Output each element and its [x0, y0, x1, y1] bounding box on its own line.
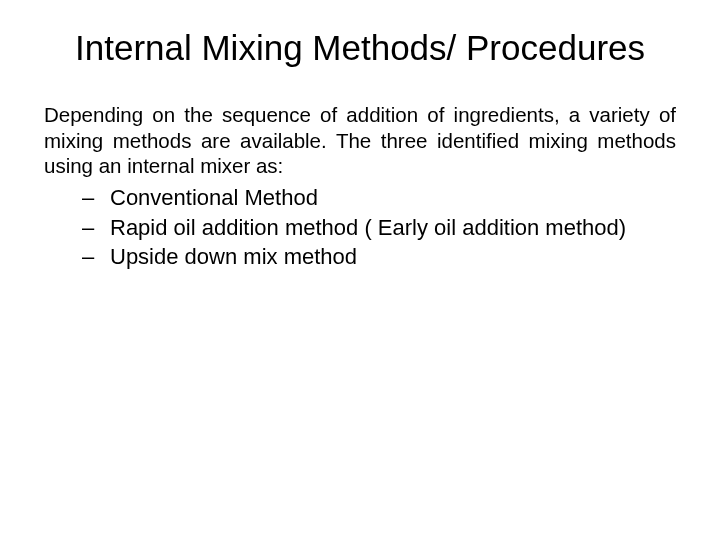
list-item: Conventional Method	[82, 183, 676, 213]
slide: Internal Mixing Methods/ Procedures Depe…	[0, 0, 720, 540]
list-item: Rapid oil addition method ( Early oil ad…	[82, 213, 676, 243]
slide-title: Internal Mixing Methods/ Procedures	[44, 28, 676, 68]
bullet-list: Conventional Method Rapid oil addition m…	[82, 183, 676, 272]
list-item: Upside down mix method	[82, 242, 676, 272]
body-paragraph: Depending on the sequence of addition of…	[44, 102, 676, 179]
